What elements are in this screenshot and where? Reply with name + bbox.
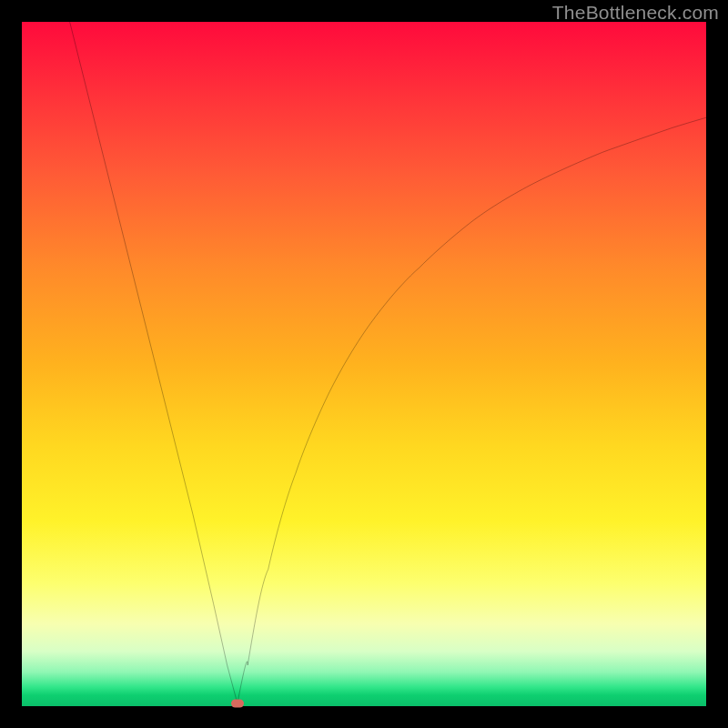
bottleneck-curve	[22, 22, 706, 706]
curve-right-branch	[238, 117, 706, 703]
plot-area	[22, 22, 706, 706]
curve-left-branch	[70, 22, 238, 703]
watermark-text: TheBottleneck.com	[552, 2, 719, 24]
chart-frame: TheBottleneck.com	[0, 0, 728, 728]
vertex-marker	[231, 699, 244, 707]
